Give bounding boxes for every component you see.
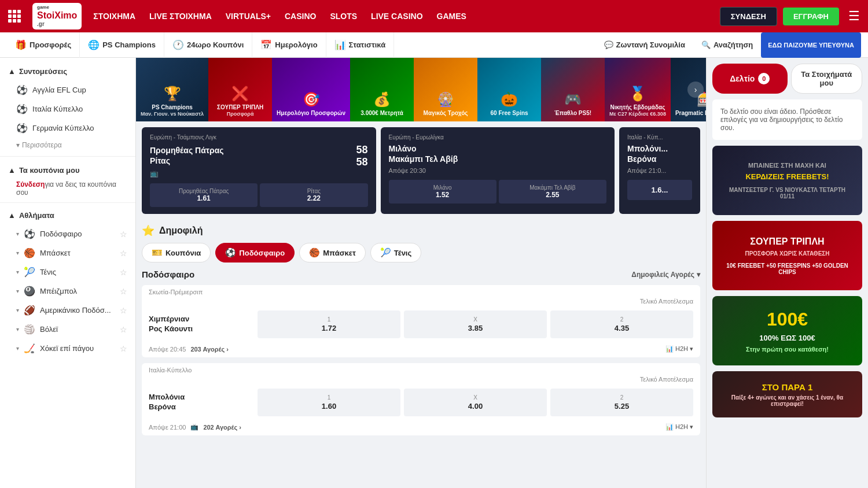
sidebar-sport-mpeizmpol[interactable]: ▾🎱Μπέιζμπολ☆ [0,282,135,301]
sidebar-shortcut-label-efl-cup: Αγγλία EFL Cup [32,86,86,94]
banner3-sub: Στην πρώτη σου κατάθεση! [746,346,829,353]
content: 🏆PS ChampionsΜαν. Γιουν. vs Νιούκαστλ❌ΣΟ… [136,58,706,488]
sec-nav-hmerologio[interactable]: 📅Ημερολόγιο [252,32,326,58]
feat-3-odd1-button[interactable]: 1.6... [627,180,692,200]
match-1-oddx-label: Χ [406,316,545,323]
logo[interactable]: game StoiXimo .gr [32,3,82,29]
more-button[interactable]: ▾ Περισσότερα [0,138,135,153]
right-banner-4[interactable]: ΣΤΟ ΠΑΡΑ 1 Παίξε 4+ αγώνες και αν χάσεις… [712,371,862,417]
eggrafh-button[interactable]: ΕΓΓΡΑΦΗ [783,8,839,25]
feat-1-odd1-button[interactable]: Προμηθέας Πάτρας 1.61 [150,183,258,207]
sidebar-chevron-amerikaniko: ▾ [16,307,19,313]
sidebar-sport-tenis[interactable]: ▾🎾Τένις☆ [0,263,135,282]
promo-sub-ps-champions: Μαν. Γιουν. vs Νιούκαστλ [141,111,204,117]
promo-nav-next[interactable]: › [687,82,704,98]
promo-card-prosfora-offer[interactable]: 🎯Ημερολόγιο Προσφορών [272,58,350,121]
match-2-odd2-value: 5.25 [615,402,629,411]
stoiximata-button[interactable]: Τα Στοιχήματά μου [791,64,863,94]
match-2-agores-link[interactable]: 202 Αγορές › [203,424,241,431]
nav-link-casino[interactable]: CASINO [285,12,316,21]
deltio-button[interactable]: Δελτίο 0 [712,64,788,94]
match-2-tv-icon: 📺 [190,423,198,431]
promo-card-metriti[interactable]: 💰3.000€ Μετρητά [350,58,414,121]
shortcuts-header[interactable]: ▲ Συντομεύσεις [0,62,135,80]
right-banner-1[interactable]: ΜΠΑΙΝΕΙΣ ΣΤΗ ΜΑΧΗ ΚΑΙ ΚΕΡΔΙΖΕΙΣ FREEBETS… [712,146,862,215]
sidebar-shortcut-italia-kypello[interactable]: ⚽Ιταλία Κύπελλο [0,99,135,119]
sec-nav-prosfores[interactable]: 🎁Προσφορές [7,32,80,58]
promo-card-epathlo-ps5[interactable]: 🎮Έπαθλο PS5! [541,58,605,121]
promo-card-souper-triplh[interactable]: ❌ΣΟΥΠΕΡ ΤΡΙΠΛΗΠροσφορά [208,58,272,121]
sidebar-shortcut-label-italia-kypello: Ιταλία Κύπελλο [32,105,83,113]
match-2-odd1-button[interactable]: 1 1.60 [258,389,400,416]
sidebar-sport-star-bolei: ☆ [120,325,127,334]
sidebar-sport-icon-bolei: 🏐 [24,324,35,335]
match-2-odd2-button[interactable]: 2 5.25 [550,389,693,416]
sindeisi-link[interactable]: Σύνδεση [16,180,45,188]
sidebar-sport-podosfairo[interactable]: ▾⚽Ποδόσφαιρο☆ [0,224,135,243]
match-1-odd2-button[interactable]: 2 4.35 [550,310,693,338]
match-1-odd1-button[interactable]: 1 1.72 [258,310,400,338]
sidebar-sport-mpasket[interactable]: ▾🏀Μπάσκετ☆ [0,243,135,263]
feat-1-odd2-button[interactable]: Ρίτας 2.22 [260,183,367,207]
nav-link-slots[interactable]: SLOTS [330,12,357,21]
sidebar-sport-bolei[interactable]: ▾🏐Βόλεϊ☆ [0,320,135,339]
popular-tab-couponia[interactable]: 🎫Κουπόνια [142,243,211,263]
sidebar-sport-label-podosfairo: Ποδόσφαιρο [40,230,82,238]
sec-nav-right-anazitisi[interactable]: 🔍Αναζήτηση [693,32,761,58]
sidebar-sport-xokei[interactable]: ▾🏒Χόκεϊ επί πάγου☆ [0,339,135,358]
promo-title-ps-champions: PS Champions [152,104,193,111]
match-1-league: Σκωτία-Πρέμιερσιπ [142,285,700,298]
promo-title-metriti: 3.000€ Μετρητά [361,110,403,117]
eao-button[interactable]: ΕΔΩ ΠΑΙΖΟΥΜΕ ΥΠΕΥΘΥΝΑ [761,32,861,58]
match-1-agores-link[interactable]: 203 Αγορές › [190,346,229,353]
featured-card-2[interactable]: Ευρώπη - Ευρωλίγκα Μιλάνο Μακάμπι Τελ Αβ… [381,127,615,214]
popular-tab-podosfairo[interactable]: ⚽Ποδόσφαιρο [215,243,295,263]
sec-nav-ps-champions[interactable]: 🌐PS Champions [80,32,164,58]
sec-nav-right-zwntanh[interactable]: 💬Ζωντανή Συνομιλία [596,32,693,58]
sec-nav-icon-24wro: 🕐 [172,39,184,50]
promo-card-magikos-trochos[interactable]: 🎡Μαγικός Τροχός [414,58,477,121]
sindeisi-button[interactable]: ΣΥΝΔΕΣΗ [720,7,777,26]
promo-icon-prosfora-offer: 🎯 [303,91,320,108]
featured-card-1[interactable]: Ευρώπη - Τσάμπιονς Λιγκ Προμηθέας Πάτρας… [142,127,376,214]
featured-card-3[interactable]: Ιταλία - Κύπ... Μπολόνι... Βερόνα Απόψε … [619,127,700,214]
nav-link-live-casino[interactable]: LIVE CASINO [371,12,422,21]
match-1-h2h-button[interactable]: 📊 H2H ▾ [665,345,693,353]
right-panel: Δελτίο 0 Τα Στοιχήματά μου Το δελτίο σου… [706,58,868,488]
sidebar-sport-amerikaniko[interactable]: ▾🏈Αμερικάνικο Ποδόσ...☆ [0,301,135,320]
grid-menu-icon[interactable] [8,10,21,23]
sidebar-shortcut-efl-cup[interactable]: ⚽Αγγλία EFL Cup [0,80,135,99]
promo-sub-souper-triplh: Προσφορά [227,111,254,117]
banner3-title: 100% ΕΩΣ 100€ [759,334,815,342]
promo-title-souper-triplh: ΣΟΥΠΕΡ ΤΡΙΠΛΗ [217,104,263,111]
nav-link-live-stoixima[interactable]: LIVE ΣΤΟΙΧΗΜΑ [149,12,212,21]
right-banner-3[interactable]: 100€ 100% ΕΩΣ 100€ Στην πρώτη σου κατάθε… [712,296,862,365]
feat-2-odd2-button[interactable]: Μακάμπι Τελ Αβίβ 2.55 [499,180,606,204]
match-1-oddx-button[interactable]: Χ 3.85 [404,310,547,338]
nav-link-games[interactable]: GAMES [437,12,466,21]
sports-header[interactable]: ▲ Αθλήματα [0,206,135,224]
sec-nav-statistika[interactable]: 📊Στατιστικά [326,32,395,58]
banner2-details: 10€ FREEBET +50 FREESPINS +50 GOLDEN CHI… [722,263,853,275]
match-2-h2h-button[interactable]: 📊 H2H ▾ [665,423,693,431]
promo-card-ps-champions[interactable]: 🏆PS ChampionsΜαν. Γιουν. vs Νιούκαστλ [136,58,208,121]
sec-nav-right: 💬Ζωντανή Συνομιλία🔍ΑναζήτησηΕΔΩ ΠΑΙΖΟΥΜΕ… [596,32,861,58]
popular-sport-name: Ποδόσφαιρο [142,269,194,279]
feat-2-odd1-label: Μιλάνο [391,184,494,191]
coupons-header[interactable]: ▲ Τα κουπόνια μου [0,160,135,178]
match-2-odds: 1 1.60 Χ 4.00 2 5.25 [258,389,693,416]
right-banner-2[interactable]: ΣΟΥΠΕΡ ΤΡΙΠΛΗ ΠΡΟΣΦΟΡΑ ΧΩΡΙΣ ΚΑΤΑΘΕΣΗ 10… [712,221,862,290]
demofilis-agores-button[interactable]: Δημοφιλείς Αγορές ▾ [631,271,700,279]
promo-card-free-spins[interactable]: 🎃60 Free Spins [477,58,541,121]
nav-link-virtuals[interactable]: VIRTUALS+ [226,12,271,21]
nav-link-stoixima[interactable]: ΣΤΟΙΧΗΜΑ [93,12,135,21]
match-2-oddx-button[interactable]: Χ 4.00 [404,389,547,416]
popular-tab-tenis[interactable]: 🎾Τένις [370,243,421,263]
feat-2-odd1-button[interactable]: Μιλάνο 1.52 [389,180,496,204]
promo-card-nikitis[interactable]: 🏅Νικητής ΕβδομάδαςΜε C27 Κέρδισε €6.308 [605,58,671,121]
popular-tab-mpasket[interactable]: 🏀Μπάσκετ [299,243,366,263]
sec-nav-24wro[interactable]: 🕐24ωρο Κουπόνι [164,32,252,58]
sidebar-shortcut-germania-kypello[interactable]: ⚽Γερμανία Κύπελλο [0,119,135,138]
popular-star-icon: ⭐ [142,224,155,237]
hamburger-icon[interactable]: ☰ [848,9,860,24]
